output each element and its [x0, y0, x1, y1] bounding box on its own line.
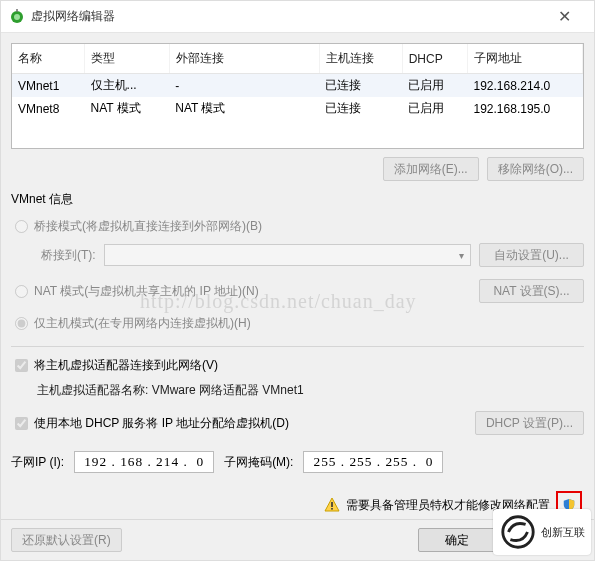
nat-settings-button[interactable]: NAT 设置(S)...: [479, 279, 584, 303]
admin-change-highlight: [556, 491, 582, 519]
svg-rect-4: [331, 508, 333, 510]
svg-rect-3: [331, 502, 333, 507]
shield-icon: [562, 498, 576, 512]
network-table[interactable]: 名称 类型 外部连接 主机连接 DHCP 子网地址 VMnet1 仅主机... …: [11, 43, 584, 149]
radio-hostonly[interactable]: 仅主机模式(在专用网络内连接虚拟机)(H): [15, 315, 584, 332]
dialog-window: 虚拟网络编辑器 ✕ 名称 类型 外部连接 主机连接 DHCP 子网地址 VMne…: [0, 0, 595, 561]
dhcp-settings-button[interactable]: DHCP 设置(P)...: [475, 411, 584, 435]
admin-hint-text: 需要具备管理员特权才能修改网络配置: [346, 497, 550, 514]
auto-bridge-button[interactable]: 自动设置(U)...: [479, 243, 584, 267]
button-bar: 还原默认设置(R) 确定 取消: [1, 519, 594, 560]
ok-button[interactable]: 确定: [418, 528, 496, 552]
add-network-button[interactable]: 添加网络(E)...: [383, 157, 479, 181]
check-dhcp[interactable]: 使用本地 DHCP 服务将 IP 地址分配给虚拟机(D) DHCP 设置(P).…: [15, 411, 584, 435]
chevron-down-icon: ▾: [459, 250, 464, 261]
restore-defaults-button[interactable]: 还原默认设置(R): [11, 528, 122, 552]
warning-icon: [324, 497, 340, 513]
col-name[interactable]: 名称: [12, 44, 85, 74]
radio-bridge[interactable]: 桥接模式(将虚拟机直接连接到外部网络)(B): [15, 218, 584, 235]
close-icon[interactable]: ✕: [542, 1, 586, 32]
subnet-mask-input[interactable]: [303, 451, 443, 473]
cancel-button[interactable]: 取消: [506, 528, 584, 552]
svg-point-1: [14, 14, 20, 20]
table-row[interactable]: VMnet8 NAT 模式 NAT 模式 已连接 已启用 192.168.195…: [12, 97, 583, 120]
col-type[interactable]: 类型: [85, 44, 170, 74]
subnet-ip-label: 子网IP (I):: [11, 454, 64, 471]
svg-rect-2: [16, 9, 18, 12]
subnet-mask-label: 子网掩码(M):: [224, 454, 293, 471]
adapter-name-text: 主机虚拟适配器名称: VMware 网络适配器 VMnet1: [37, 382, 304, 399]
col-subnet[interactable]: 子网地址: [468, 44, 583, 74]
bridge-adapter-select[interactable]: ▾: [104, 244, 471, 266]
change-settings-button[interactable]: [562, 494, 576, 516]
titlebar: 虚拟网络编辑器 ✕: [1, 1, 594, 33]
bridge-to-label: 桥接到(T):: [41, 247, 96, 264]
col-ext[interactable]: 外部连接: [169, 44, 319, 74]
check-host-adapter[interactable]: 将主机虚拟适配器连接到此网络(V): [15, 357, 584, 374]
subnet-ip-input[interactable]: [74, 451, 214, 473]
window-title: 虚拟网络编辑器: [31, 8, 542, 25]
col-dhcp[interactable]: DHCP: [402, 44, 467, 74]
remove-network-button[interactable]: 移除网络(O)...: [487, 157, 584, 181]
table-row[interactable]: VMnet1 仅主机... - 已连接 已启用 192.168.214.0: [12, 74, 583, 98]
app-icon: [9, 9, 25, 25]
col-host[interactable]: 主机连接: [319, 44, 402, 74]
radio-nat[interactable]: NAT 模式(与虚拟机共享主机的 IP 地址)(N) NAT 设置(S)...: [15, 279, 584, 303]
vmnet-info-label: VMnet 信息: [11, 191, 584, 208]
content-area: 名称 类型 外部连接 主机连接 DHCP 子网地址 VMnet1 仅主机... …: [1, 33, 594, 519]
